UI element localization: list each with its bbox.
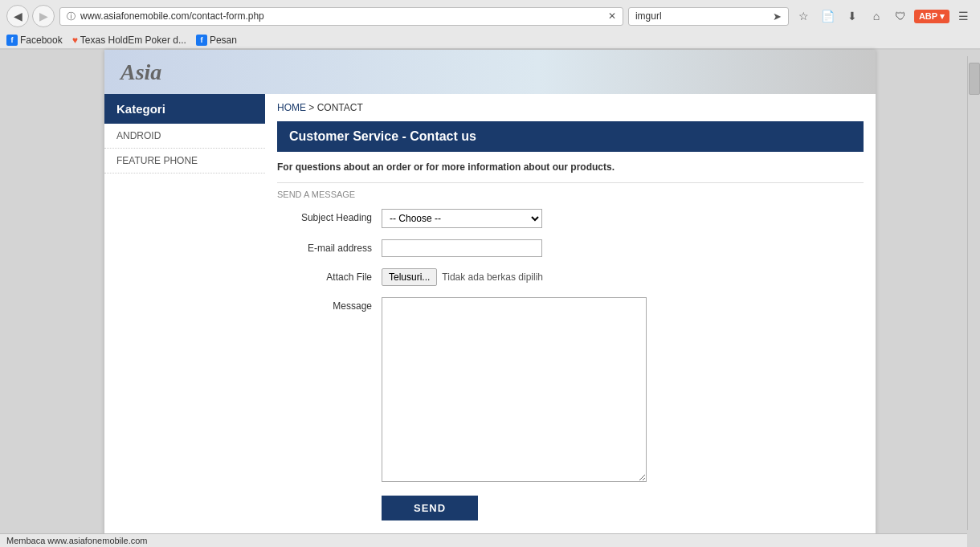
sidebar: Kategori ANDROID FEATURE PHONE xyxy=(104,94,265,537)
email-row: E-mail address xyxy=(277,239,864,257)
message-textarea[interactable] xyxy=(382,297,647,482)
file-label: Attach File xyxy=(277,268,382,283)
subject-label: Subject Heading xyxy=(277,209,382,223)
bookmark-poker-label: Texas HoldEm Poker d... xyxy=(80,35,186,46)
bookmark-poker[interactable]: ♥ Texas HoldEm Poker d... xyxy=(72,35,186,46)
adblock-button[interactable]: ABP ▾ xyxy=(914,10,949,23)
subject-select[interactable]: -- Choose -- General Inquiry Order Issue… xyxy=(382,209,542,228)
bookmarks-bar: f Facebook ♥ Texas HoldEm Poker d... f P… xyxy=(0,32,980,49)
scrollbar[interactable] xyxy=(967,56,980,530)
main-content: HOME > CONTACT Customer Service - Contac… xyxy=(265,94,876,537)
url-input[interactable] xyxy=(80,10,603,22)
message-control xyxy=(382,297,864,484)
subject-control: -- Choose -- General Inquiry Order Issue… xyxy=(382,209,864,228)
content-section: Customer Service - Contact us For questi… xyxy=(265,121,876,537)
file-row: Attach File Telusuri... Tidak ada berkas… xyxy=(277,268,864,286)
section-description: For questions about an order or for more… xyxy=(277,161,864,173)
send-row: SEND xyxy=(277,496,864,520)
banner-text: Asia xyxy=(120,59,161,85)
message-row: Message xyxy=(277,297,864,484)
home-icon[interactable]: ⌂ xyxy=(866,6,887,27)
form-section-label: SEND A MESSAGE xyxy=(277,182,864,199)
email-input[interactable] xyxy=(382,239,542,257)
facebook-icon: f xyxy=(6,35,18,46)
banner-right xyxy=(538,50,876,94)
breadcrumb-home[interactable]: HOME xyxy=(277,102,306,113)
email-control xyxy=(382,239,864,257)
search-input[interactable] xyxy=(635,10,770,22)
clear-url-button[interactable]: ✕ xyxy=(608,10,616,22)
info-icon: ⓘ xyxy=(67,10,76,22)
sidebar-item-android[interactable]: ANDROID xyxy=(104,124,265,149)
reading-mode-icon[interactable]: 📄 xyxy=(818,6,839,27)
download-icon[interactable]: ⬇ xyxy=(842,6,863,27)
bookmark-facebook[interactable]: f Facebook xyxy=(6,35,63,46)
subject-row: Subject Heading -- Choose -- General Inq… xyxy=(277,209,864,228)
menu-icon[interactable]: ☰ xyxy=(953,6,974,27)
forward-button[interactable]: ▶ xyxy=(32,5,55,27)
search-bar[interactable]: ➤ xyxy=(628,7,789,26)
email-label: E-mail address xyxy=(277,239,382,254)
search-arrow-icon[interactable]: ➤ xyxy=(773,10,782,22)
banner-left: Asia xyxy=(104,50,538,94)
address-bar[interactable]: ⓘ ✕ xyxy=(59,7,623,26)
shield-icon[interactable]: 🛡 xyxy=(890,6,911,27)
bookmark-star-icon[interactable]: ☆ xyxy=(794,6,815,27)
file-control: Telusuri... Tidak ada berkas dipilih xyxy=(382,268,864,286)
bookmark-facebook-label: Facebook xyxy=(20,35,63,46)
bookmark-pesan[interactable]: f Pesan xyxy=(196,35,237,46)
section-header: Customer Service - Contact us xyxy=(277,121,864,152)
status-text: Membaca www.asiafonemobile.com xyxy=(6,536,147,537)
heart-icon: ♥ xyxy=(72,35,78,46)
message-label: Message xyxy=(277,297,382,312)
banner: Asia xyxy=(104,50,876,94)
breadcrumb-separator: > xyxy=(308,102,316,113)
page-content: Asia Kategori ANDROID FEATURE PHONE HOME… xyxy=(104,50,876,537)
scrollbar-thumb[interactable] xyxy=(969,63,980,95)
file-placeholder: Tidak ada berkas dipilih xyxy=(442,271,543,283)
sidebar-header: Kategori xyxy=(104,94,265,124)
sidebar-item-feature-phone[interactable]: FEATURE PHONE xyxy=(104,149,265,173)
back-button[interactable]: ◀ xyxy=(6,5,29,27)
file-upload-area: Telusuri... Tidak ada berkas dipilih xyxy=(382,268,864,286)
main-layout: Kategori ANDROID FEATURE PHONE HOME > CO… xyxy=(104,94,876,537)
facebook-pesan-icon: f xyxy=(196,35,207,46)
bookmark-pesan-label: Pesan xyxy=(210,35,237,46)
breadcrumb-current: CONTACT xyxy=(317,102,363,113)
breadcrumb: HOME > CONTACT xyxy=(265,94,876,121)
page-wrapper: Asia Kategori ANDROID FEATURE PHONE HOME… xyxy=(0,50,980,537)
browse-button[interactable]: Telusuri... xyxy=(382,268,437,286)
status-bar: Membaca www.asiafonemobile.com xyxy=(0,533,967,537)
send-button[interactable]: SEND xyxy=(382,496,478,520)
